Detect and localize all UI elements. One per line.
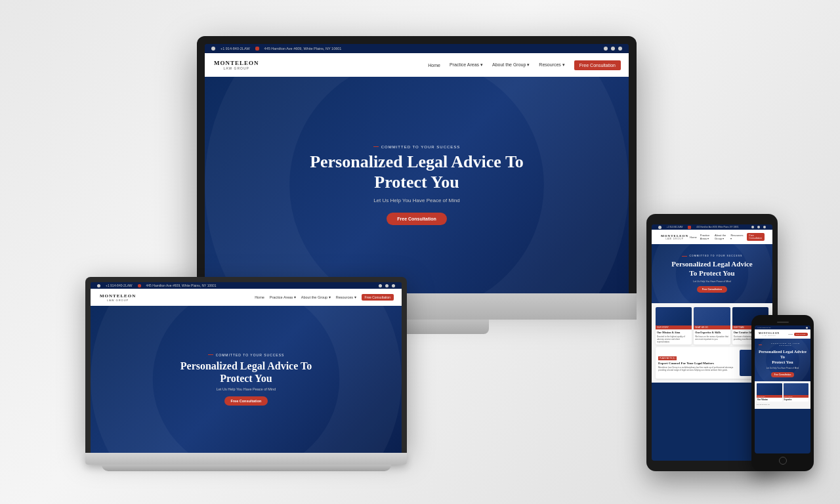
phone: +1 914-840-2LAW MONTELEON LAW GROU xyxy=(751,315,814,471)
desktop-top-bar: +1 914-840-2LAW 445 Hamilton Ave #609, W… xyxy=(205,44,629,53)
phone-bezel: +1 914-840-2LAW MONTELEON LAW GROU xyxy=(751,315,814,471)
laptop: +1 914-840-2LAW 445 Hamilton Ave #609, W… xyxy=(85,277,407,471)
phone-hero-cta[interactable]: Free Consultation xyxy=(771,372,795,377)
phone-phone-text: +1 914-840-2LAW xyxy=(757,327,770,329)
laptop-location-icon xyxy=(138,284,141,287)
laptop-nav-home[interactable]: Home xyxy=(255,295,264,299)
tablet-card-1-text: Devoted to the highest quality of attorn… xyxy=(656,335,692,345)
desktop-hero-cta[interactable]: Free Consultation xyxy=(387,213,447,225)
logo-sub: LAW GROUP xyxy=(224,66,249,70)
tablet-card-1-title: Our Mission & Aims xyxy=(656,329,692,335)
phone-site-content: +1 914-840-2LAW MONTELEON LAW GROU xyxy=(755,326,810,409)
tablet-logo-sub: LAW GROUP xyxy=(665,238,683,240)
tablet-nav-about[interactable]: About the Group ▾ xyxy=(715,234,727,240)
tablet-nav-resources[interactable]: Resources ▾ xyxy=(730,234,743,240)
laptop-eyebrow-text: COMMITTED TO YOUR SUCCESS xyxy=(216,353,285,357)
tablet-logo: MONTELEON LAW GROUP xyxy=(660,234,690,240)
tablet-cta-btn[interactable]: Free Consultation xyxy=(747,233,765,241)
laptop-hero-cta[interactable]: Free Consultation xyxy=(224,396,268,406)
phone-eyebrow: COMMITTED TO YOUR SUCCESS xyxy=(759,343,807,346)
desktop-hero-title: Personalized Legal Advice To Protect You xyxy=(310,152,524,192)
phone-hero-title: Personalized Legal Advice ToProtect You xyxy=(759,349,807,364)
tablet-address: 445 Hamilton Ave #609, White Plains, NY … xyxy=(696,226,738,228)
tablet-card-2: WHAT WE DO Our Expertise & Skills We foc… xyxy=(694,307,730,345)
desktop-cta-button[interactable]: Free Consultation xyxy=(574,60,621,70)
nav-about-group[interactable]: About the Group ▾ xyxy=(492,62,530,68)
tablet-card-2-img xyxy=(694,307,730,326)
desktop-topbar-right xyxy=(604,47,622,51)
phone-icon xyxy=(211,47,215,51)
phone-card-2-title: Expertise xyxy=(784,398,809,402)
laptop-hero-title: Personalized Legal Advice To Protect You xyxy=(180,360,312,385)
phone-hero-subtitle: Let Us Help You Have Peace of Mind xyxy=(766,367,799,369)
eyebrow-line xyxy=(373,146,379,147)
tablet-hero-subtitle: Let Us Help You Have Peace of Mind xyxy=(693,280,731,283)
laptop-logo-decor: MONTELEON xyxy=(98,293,137,299)
tablet-search-icon xyxy=(763,226,766,228)
tablet-hero-cta[interactable]: Free Consultation xyxy=(697,286,727,293)
phone-speaker xyxy=(777,322,789,323)
nav-home[interactable]: Home xyxy=(428,63,440,68)
phone-card-1-img xyxy=(757,383,782,395)
desktop-eyebrow-text: COMMITTED TO YOUR SUCCESS xyxy=(381,145,461,149)
phone-hero: COMMITTED TO YOUR SUCCESS Personalized L… xyxy=(755,339,810,381)
tablet-eyebrow-line xyxy=(682,256,687,257)
monitor-bezel: +1 914-840-2LAW 445 Hamilton Ave #609, W… xyxy=(197,36,637,293)
tablet-card-2-text: We focus on the areas of practice that a… xyxy=(694,335,730,342)
laptop-fb-icon xyxy=(379,284,382,287)
laptop-logo-name: MONTELEON xyxy=(100,293,136,299)
laptop-nav-practice[interactable]: Practice Areas ▾ xyxy=(270,295,296,299)
search-icon-topbar xyxy=(618,47,622,51)
tablet-card-1: OUR STORY Our Mission & Aims Devoted to … xyxy=(656,307,692,345)
phone-screen: +1 914-840-2LAW MONTELEON LAW GROU xyxy=(755,326,810,453)
laptop-base-bar xyxy=(85,453,407,465)
tablet-nav-home[interactable]: Home xyxy=(690,236,697,239)
tablet-phone: +1 914-840-2LAW xyxy=(667,226,682,228)
laptop-hero: COMMITTED TO YOUR SUCCESS Personalized L… xyxy=(91,306,402,453)
laptop-phone-icon xyxy=(97,284,100,287)
tablet-eyebrow: COMMITTED TO YOUR SUCCESS xyxy=(682,255,743,257)
nav-resources[interactable]: Resources ▾ xyxy=(539,62,564,68)
laptop-hero-subtitle: Let Us Help You Have Peace of Mind xyxy=(217,387,276,391)
laptop-lid: +1 914-840-2LAW 445 Hamilton Ave #609, W… xyxy=(85,277,407,453)
desktop-address-text: 445 Hamilton Ave #609, White Plains, NY … xyxy=(264,47,342,51)
phone-eyebrow-line xyxy=(759,345,762,345)
tablet-card-2-title: Our Expertise & Skills xyxy=(694,329,730,335)
nav-practice-areas[interactable]: Practice Areas ▾ xyxy=(450,62,483,68)
phone-card-2: WHAT WE DO Expertise xyxy=(784,383,809,402)
laptop-cta-btn[interactable]: Free Consultation xyxy=(362,294,394,301)
laptop-nav-links: Home Practice Areas ▾ About the Group ▾ … xyxy=(255,294,394,301)
desktop-nav: MONTELEON LAW GROUP Home Practice Areas … xyxy=(205,53,629,77)
phone-nav: MONTELEON LAW GROUP Home Free Consult. xyxy=(755,329,810,339)
tablet-eyebrow-text: COMMITTED TO YOUR SUCCESS xyxy=(690,255,743,257)
tablet-nav-practice[interactable]: Practice Areas ▾ xyxy=(700,234,711,240)
phone-nav-home[interactable]: Home xyxy=(788,333,793,335)
laptop-search-icon xyxy=(392,284,395,287)
tablet-nav-links: Home Practice Areas ▾ About the Group ▾ … xyxy=(690,233,765,241)
phone-card-1: OUR STORY Our Mission xyxy=(757,383,782,402)
desktop-phone-text: +1 914-840-2LAW xyxy=(220,47,250,51)
laptop-screen: +1 914-840-2LAW 445 Hamilton Ave #609, W… xyxy=(91,282,402,453)
phone-cta-btn[interactable]: Free Consult. xyxy=(794,333,808,336)
phone-eyebrow-text: COMMITTED TO YOUR SUCCESS xyxy=(765,343,807,346)
phone-topbar-right xyxy=(806,327,808,329)
desktop-site-content: +1 914-840-2LAW 445 Hamilton Ave #609, W… xyxy=(205,44,629,293)
desktop-hero-eyebrow: COMMITTED TO YOUR SUCCESS xyxy=(373,145,461,149)
instagram-icon xyxy=(611,47,615,51)
laptop-nav-resources[interactable]: Resources ▾ xyxy=(336,295,356,299)
tablet-phone-icon xyxy=(658,226,662,229)
desktop-topbar-left: +1 914-840-2LAW 445 Hamilton Ave #609, W… xyxy=(211,47,341,51)
phone-extra-section: OUR STORY Our Mission WHAT WE DO Experti… xyxy=(755,381,810,409)
monitor-screen: +1 914-840-2LAW 445 Hamilton Ave #609, W… xyxy=(205,44,629,293)
phone-card-2-img xyxy=(784,383,809,395)
laptop-eyebrow-line xyxy=(208,354,213,355)
tablet-counsel-body: Monteleon Law Group is a multidisciplina… xyxy=(658,366,738,371)
laptop-nav-about[interactable]: About the Group ▾ xyxy=(301,295,331,299)
phone-home-button[interactable] xyxy=(779,457,787,465)
laptop-nav: MONTELEON LAW GROUP Home Practice Areas … xyxy=(91,289,402,306)
desktop-hero: COMMITTED TO YOUR SUCCESS Personalized L… xyxy=(205,77,629,293)
phone-plain-facts-label: PLAIN FACTS (1) xyxy=(757,404,808,407)
desktop-logo: MONTELEON LAW GROUP xyxy=(213,60,261,70)
phone-search-icon xyxy=(806,327,808,329)
tablet-ig-icon xyxy=(757,226,760,228)
